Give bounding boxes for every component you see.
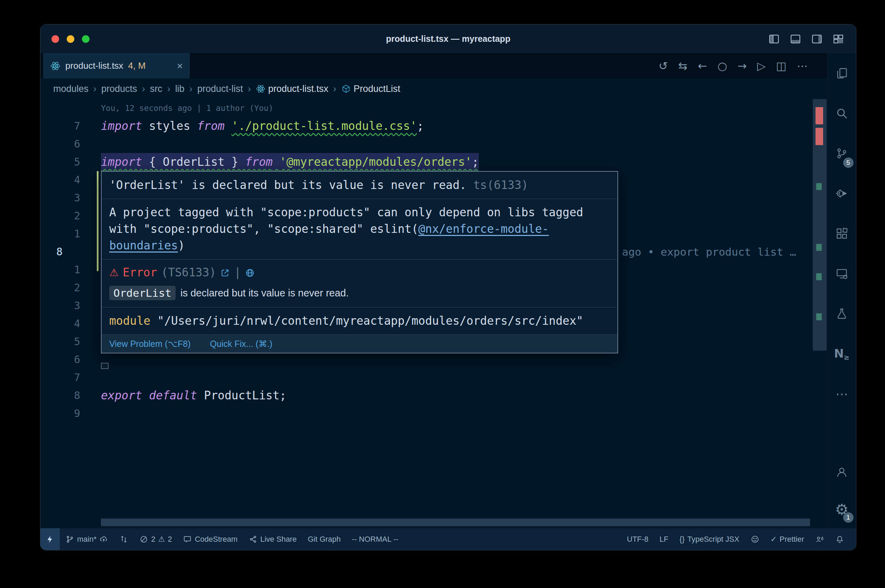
live-share-status[interactable]: Live Share bbox=[243, 528, 302, 550]
more-actions-icon[interactable]: ⋯ bbox=[797, 59, 808, 72]
run-debug-icon[interactable] bbox=[828, 173, 856, 213]
prettier-status[interactable]: ✓ Prettier bbox=[765, 528, 810, 550]
notifications-bell-icon[interactable] bbox=[830, 528, 850, 550]
code-line[interactable]: 6 bbox=[41, 135, 827, 153]
editor[interactable]: You, 12 seconds ago | 1 author (You) 7im… bbox=[41, 99, 827, 528]
warning-triangle-icon: ⚠ bbox=[109, 265, 119, 280]
testing-beaker-icon[interactable] bbox=[828, 294, 856, 334]
accounts-icon[interactable] bbox=[828, 454, 856, 491]
encoding-status[interactable]: UTF-8 bbox=[622, 528, 654, 550]
vscode-window: product-list.tsx — myreactapp product-li… bbox=[40, 24, 856, 550]
broadcast-person-icon[interactable] bbox=[810, 528, 830, 550]
error-mark bbox=[816, 107, 823, 124]
line-number: 2 bbox=[41, 279, 87, 297]
vim-mode-status[interactable]: -- NORMAL -- bbox=[346, 528, 404, 550]
breadcrumb-separator: › bbox=[93, 84, 96, 94]
git-graph-label: Git Graph bbox=[308, 535, 341, 544]
remote-explorer-icon[interactable] bbox=[828, 254, 856, 294]
line-number: 2 bbox=[41, 207, 87, 225]
error-status-row: ⚠ Error (TS6133) | bbox=[102, 260, 618, 282]
toggle-sidebar-icon[interactable] bbox=[768, 33, 780, 45]
prev-change-icon[interactable]: ← bbox=[698, 59, 707, 72]
remote-indicator[interactable] bbox=[41, 528, 60, 550]
extensions-icon[interactable] bbox=[828, 213, 856, 254]
change-mark bbox=[816, 273, 822, 280]
live-share-label: Live Share bbox=[260, 535, 297, 544]
branch-name: main* bbox=[77, 535, 96, 544]
tab-close-icon[interactable]: × bbox=[177, 60, 183, 72]
split-editor-icon[interactable]: ◫ bbox=[776, 59, 786, 72]
error-mark bbox=[816, 128, 823, 145]
symbol-cube-icon bbox=[341, 84, 351, 94]
horizontal-scrollbar[interactable] bbox=[101, 519, 810, 526]
search-icon[interactable] bbox=[828, 93, 856, 134]
nx-console-icon[interactable]: N≥ bbox=[828, 334, 856, 374]
line-number: 3 bbox=[41, 297, 87, 315]
next-change-icon[interactable]: → bbox=[738, 59, 747, 72]
breadcrumb-item-product-list[interactable]: product-list bbox=[197, 84, 243, 94]
prettier-label: Prettier bbox=[780, 535, 804, 544]
eslint-rule-link[interactable]: boundaries bbox=[109, 239, 178, 252]
code-line[interactable]: 7 bbox=[41, 369, 827, 387]
feedback-smiley-icon[interactable] bbox=[745, 528, 765, 550]
diagnostic-detail-row: OrderList is declared but its value is n… bbox=[102, 282, 618, 308]
tab-bar: product-list.tsx 4, M × ↺ ⇆ ← ○ → ▷ ◫ ⋯ bbox=[41, 53, 827, 78]
code-line[interactable]: 8export default ProductList; bbox=[41, 387, 827, 405]
source-control-icon[interactable]: 5 bbox=[828, 134, 856, 173]
tab-dirty-badge: 4, M bbox=[128, 60, 146, 71]
activity-bar: 5 N≥ ⋯ ⚙ 1 bbox=[827, 53, 856, 528]
eslint-text-line1: A project tagged with "scope:products" c… bbox=[109, 206, 583, 219]
breadcrumb-item-file[interactable]: product-list.tsx bbox=[256, 84, 328, 94]
code-text: import { OrderList } from '@myreactapp/m… bbox=[101, 153, 479, 171]
codestream-icon bbox=[183, 535, 192, 544]
language-status[interactable]: {} TypeScript JSX bbox=[674, 528, 745, 550]
code-line[interactable]: 9 bbox=[41, 405, 827, 423]
line-number: 7 bbox=[41, 369, 87, 387]
breadcrumb-item-symbol[interactable]: ProductList bbox=[341, 84, 400, 94]
diagnostic-detail-text: is declared but its value is never read. bbox=[180, 287, 349, 299]
view-problem-button[interactable]: View Problem (⌥F8) bbox=[109, 338, 191, 349]
toggle-secondary-sidebar-icon[interactable] bbox=[811, 33, 823, 45]
module-keyword: module bbox=[109, 314, 150, 327]
icon-divider: | bbox=[234, 265, 241, 280]
breadcrumb-item-products[interactable]: products bbox=[101, 84, 137, 94]
breadcrumb-item-src[interactable]: src bbox=[150, 84, 162, 94]
line-number: 1 bbox=[41, 225, 87, 243]
error-label: Error bbox=[123, 265, 157, 280]
tab-product-list[interactable]: product-list.tsx 4, M × bbox=[43, 53, 190, 78]
branch-status[interactable]: main* bbox=[60, 528, 114, 550]
branch-compare-button[interactable] bbox=[114, 528, 134, 550]
breadcrumb-item-lib[interactable]: lib bbox=[175, 84, 185, 94]
code-line[interactable]: 7import styles from './product-list.modu… bbox=[41, 117, 827, 135]
live-share-icon bbox=[249, 535, 258, 544]
tab-label: product-list.tsx bbox=[65, 60, 123, 71]
open-changes-icon[interactable]: ○ bbox=[717, 59, 727, 72]
breadcrumb-separator: › bbox=[167, 84, 170, 94]
globe-icon[interactable] bbox=[245, 265, 255, 280]
git-graph-status[interactable]: Git Graph bbox=[302, 528, 346, 550]
problems-status[interactable]: 2 ⚠ 2 bbox=[134, 528, 177, 550]
customize-layout-icon[interactable] bbox=[832, 33, 844, 45]
run-file-icon[interactable]: ▷ bbox=[757, 59, 766, 72]
timeline-history-icon[interactable]: ↺ bbox=[658, 59, 668, 72]
eslint-rule-link[interactable]: @nx/enforce-module- bbox=[418, 222, 549, 236]
open-external-icon[interactable] bbox=[220, 265, 230, 280]
popup-resize-handle[interactable] bbox=[101, 363, 108, 369]
warning-count: 2 bbox=[168, 535, 172, 544]
code-text: export default ProductList; bbox=[101, 387, 286, 405]
git-compare-icon[interactable]: ⇆ bbox=[678, 59, 688, 72]
gitlens-codelens[interactable]: You, 12 seconds ago | 1 author (You) bbox=[41, 99, 827, 117]
eslint-text-line2: with "scope:products", "scope:shared" es… bbox=[109, 222, 418, 236]
status-bar: main* 2 ⚠ 2 CodeStream Live Share Git bbox=[41, 528, 856, 550]
quick-fix-button[interactable]: Quick Fix... (⌘.) bbox=[210, 338, 272, 349]
error-circle-icon bbox=[139, 535, 148, 544]
codestream-status[interactable]: CodeStream bbox=[177, 528, 243, 550]
eol-status[interactable]: LF bbox=[654, 528, 674, 550]
more-views-icon[interactable]: ⋯ bbox=[828, 374, 856, 414]
toggle-panel-icon[interactable] bbox=[790, 33, 801, 45]
settings-gear-icon[interactable]: ⚙ 1 bbox=[828, 491, 856, 528]
breadcrumb-item-modules[interactable]: modules bbox=[53, 84, 89, 94]
code-line[interactable]: 5import { OrderList } from '@myreactapp/… bbox=[41, 153, 827, 171]
explorer-icon[interactable] bbox=[828, 53, 856, 93]
breadcrumb-symbol-label: ProductList bbox=[354, 84, 400, 94]
